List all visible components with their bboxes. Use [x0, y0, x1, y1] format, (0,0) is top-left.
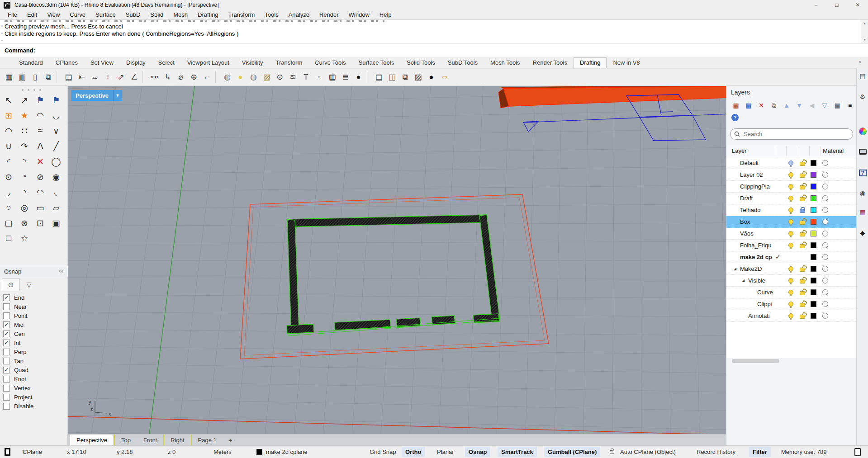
layer-color-swatch[interactable] [811, 231, 816, 236]
osnap-row-end[interactable]: ✓End [0, 293, 68, 302]
hatch-icon[interactable]: ◍ [221, 71, 234, 84]
bulb-icon[interactable] [788, 219, 793, 224]
osnap-row-knot[interactable]: Knot [0, 374, 68, 383]
layers-horizontal-scrollbar[interactable] [732, 359, 779, 363]
viewport-tab-top[interactable]: Top [115, 434, 137, 445]
lock-open-icon[interactable] [800, 221, 805, 225]
menu-item-subd[interactable]: SubD [121, 10, 146, 19]
toolbar-tab-drafting[interactable]: Drafting [574, 57, 607, 68]
star-icon[interactable]: ☆ [18, 231, 31, 245]
bulb-icon[interactable] [788, 172, 793, 177]
show-flag-icon[interactable]: ⚑ [49, 93, 63, 107]
hatch-lines-icon[interactable]: ≣ [339, 71, 352, 84]
bulb-icon[interactable] [788, 231, 793, 236]
polygon-icon[interactable]: ⊛ [18, 216, 31, 230]
dim-angle-icon[interactable]: ∠ [128, 71, 141, 84]
rectangle-icon[interactable]: ▭ [33, 201, 47, 214]
ortho-toggle[interactable]: Ortho [402, 447, 425, 457]
menu-item-tools[interactable]: Tools [260, 10, 283, 19]
circle-diameter-icon[interactable]: ⊘ [33, 170, 47, 184]
toolbar-tab-standard[interactable]: Standard [13, 57, 49, 68]
delete-layer-icon[interactable]: ✕ [756, 100, 766, 110]
hatch-solid-icon[interactable]: ● [234, 71, 247, 84]
osnap-gear-icon[interactable]: ⚙ [58, 268, 64, 275]
layer-row-curve[interactable]: Curve [726, 287, 857, 298]
lock-open-icon[interactable] [800, 303, 805, 307]
osnap-checkbox-end[interactable]: ✓ [3, 294, 10, 301]
lock-open-icon[interactable] [800, 162, 805, 166]
select-arrow-icon[interactable]: ↖ [2, 93, 15, 107]
units-button[interactable]: Meters [213, 446, 232, 458]
move-back-icon[interactable]: ◀ [807, 100, 817, 110]
toolbar-tab-curve-tools[interactable]: Curve Tools [308, 57, 352, 68]
smarttrack-toggle[interactable]: SmartTrack [498, 447, 537, 457]
osnap-row-near[interactable]: Near [0, 302, 68, 311]
layer-color-swatch[interactable] [811, 242, 816, 248]
hide-flag-icon[interactable]: ⚑ [33, 93, 47, 107]
toolbar-tab-set-view[interactable]: Set View [84, 57, 120, 68]
print-icon[interactable]: ▤ [372, 71, 385, 84]
menu-item-edit[interactable]: Edit [22, 10, 42, 19]
record-history-toggle[interactable]: Record History [697, 446, 735, 458]
layer-color-swatch[interactable] [811, 172, 816, 178]
osnap-row-vertex[interactable]: Vertex [0, 383, 68, 392]
duplicate-layer-icon[interactable]: ⧉ [769, 100, 779, 110]
polygon-edge-icon[interactable]: ▣ [49, 216, 63, 230]
circle-3pt-icon[interactable]: ◔ [18, 170, 31, 184]
toolbar-tab-transform[interactable]: Transform [269, 57, 308, 68]
layout-1view-icon[interactable]: ▯ [28, 71, 42, 84]
view-capture-icon[interactable]: ◫ [385, 71, 398, 84]
move-icon[interactable]: ↗ [18, 93, 31, 107]
material-circle[interactable] [822, 172, 828, 178]
toolbar-tab-select[interactable]: Select [152, 57, 181, 68]
osnap-checkbox-tan[interactable] [3, 358, 10, 364]
text-tall-icon[interactable]: T [299, 71, 313, 84]
square-icon[interactable]: □ [2, 231, 15, 245]
gumball-toggle[interactable]: Gumball (CPlane) [544, 447, 600, 457]
rounded-rectangle-icon[interactable]: ▢ [2, 216, 15, 230]
annotation-dot-icon[interactable]: ⊙ [273, 71, 286, 84]
osnap-row-point[interactable]: Point [0, 311, 68, 320]
material-column-header[interactable]: Material [823, 147, 844, 154]
toolbar-tab-viewport-layout[interactable]: Viewport Layout [181, 57, 236, 68]
menu-item-drafting[interactable]: Drafting [193, 10, 223, 19]
fillet-curves-icon[interactable]: ◜ [2, 155, 15, 168]
leader-icon[interactable]: ↳ [161, 71, 174, 84]
arc-continue-icon[interactable]: ◟ [49, 185, 63, 199]
osnap-row-mid[interactable]: ✓Mid [0, 320, 68, 329]
viewport-state-icon[interactable] [5, 446, 10, 458]
camera-icon[interactable]: ◉ [858, 189, 867, 198]
gear-icon[interactable]: ⚙ [858, 92, 867, 101]
planar-toggle[interactable]: Planar [437, 446, 454, 458]
viewport-title-dropdown[interactable]: Perspective ▼ [71, 90, 122, 101]
circle-tantan-icon[interactable]: ◉ [49, 170, 63, 184]
dim-ordinate-icon[interactable]: ⌐ [200, 71, 213, 84]
osnap-row-quad[interactable]: ✓Quad [0, 365, 68, 374]
toolbar-tab-mesh-tools[interactable]: Mesh Tools [484, 57, 526, 68]
menu-item-curve[interactable]: Curve [65, 10, 90, 19]
hatch-slash-icon[interactable]: ▨ [412, 71, 425, 84]
dim-aligned-icon[interactable]: ⇗ [114, 71, 128, 84]
lock-open-icon[interactable] [800, 232, 805, 236]
material-circle[interactable] [822, 160, 828, 166]
layer-color-swatch[interactable] [811, 254, 816, 260]
osnap-row-tan[interactable]: Tan [0, 356, 68, 365]
material-circle[interactable] [822, 242, 828, 248]
perspective-viewport[interactable]: Perspective ▼ yzx [68, 86, 727, 434]
osnap-checkbox-project[interactable] [3, 394, 10, 401]
menu-item-file[interactable]: File [3, 10, 22, 19]
blend-curves-icon[interactable]: ◝ [18, 155, 31, 168]
viewport-tab-front[interactable]: Front [137, 434, 163, 445]
material-circle[interactable] [822, 231, 828, 236]
osnap-row-perp[interactable]: Perp [0, 347, 68, 356]
panel-menu-icon[interactable]: ≡ [845, 100, 855, 110]
layer-color-swatch[interactable] [811, 289, 816, 295]
toolbar-tab-visibility[interactable]: Visibility [236, 57, 270, 68]
osnap-checkbox-point[interactable] [3, 312, 10, 319]
bulb-icon[interactable] [788, 196, 793, 201]
bulb-icon[interactable] [788, 243, 793, 248]
explode-icon[interactable]: ★ [18, 109, 31, 122]
material-circle[interactable] [822, 289, 828, 295]
layers-panel-tab-icon[interactable]: ▤ [858, 71, 867, 80]
material-circle[interactable] [822, 219, 828, 225]
